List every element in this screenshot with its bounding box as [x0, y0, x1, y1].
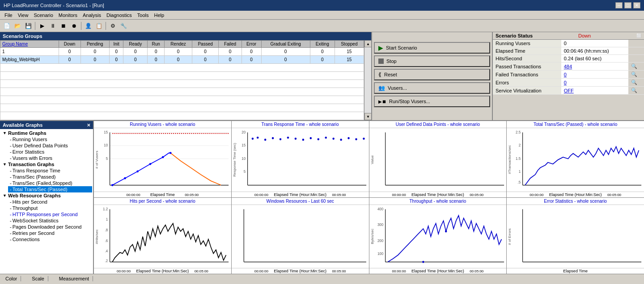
stop-all-button[interactable]: ⏺ — [69, 21, 79, 31]
table-row[interactable]: Myblog_WebHttpH 0 0 0 0 0 0 0 0 0 0 0 — [0, 56, 364, 64]
summary-passed: 0 — [192, 48, 219, 56]
status-row-errors: Errors 0 🔍 — [493, 79, 644, 87]
graph-trans-response: Trans Response Time - whole scenario Res… — [232, 121, 369, 197]
sidebar-item-running-vusers[interactable]: - Running Vusers — [8, 136, 92, 142]
stop-button[interactable]: Stop — [374, 55, 490, 67]
close-button[interactable]: ✕ — [633, 2, 640, 8]
sidebar-close-button[interactable]: ✕ — [87, 123, 90, 128]
label-hits: Hits/Second — [493, 55, 561, 63]
scroll-track[interactable] — [364, 47, 371, 113]
tree-group-runtime[interactable]: ▼ Runtime Graphs — [1, 130, 92, 136]
vusers-button[interactable]: 👤 — [83, 21, 93, 31]
svg-text:100: 100 — [377, 252, 383, 256]
run-button[interactable]: ▶ — [37, 21, 47, 31]
graph-hits-per-second-content: #Hits/sec 1.2 1 .8 .6 .4 .2 — [94, 205, 231, 268]
sidebar-item-error-stats[interactable]: - Error Statistics — [8, 149, 92, 155]
value-errors[interactable]: 0 — [561, 79, 629, 87]
menu-scenario[interactable]: Scenario — [31, 12, 55, 18]
value-failed[interactable]: 0 — [561, 71, 629, 79]
new-button[interactable]: 📄 — [2, 21, 12, 31]
dash-icon-11: - — [10, 212, 12, 217]
status-header-value: Down — [578, 33, 591, 38]
graph-trans-response-footer: 00:00:00 Elapsed Time (Hour:Min:Sec) 00:… — [232, 192, 369, 197]
magnify-errors[interactable]: 🔍 — [628, 79, 644, 87]
svg-rect-0 — [100, 128, 231, 192]
col-group-name[interactable]: Group Name — [0, 41, 59, 48]
tree-group-web[interactable]: ▼ Web Resource Graphs — [1, 192, 92, 199]
status-header: Scenario Status Down ⬜ — [493, 32, 644, 40]
value-elapsed: 00:06:46 (hh:mm:ss) — [561, 47, 629, 55]
menu-tools[interactable]: Tools — [135, 12, 152, 18]
svg-point-72 — [445, 230, 447, 232]
vusers-button[interactable]: 👥 Vusers... — [374, 82, 490, 94]
sidebar-item-vusers-errors[interactable]: - Vusers with Errors — [8, 155, 92, 161]
start-scenario-button[interactable]: ▶ Start Scenario — [374, 42, 490, 54]
svg-text:1: 1 — [106, 217, 108, 221]
maximize-button[interactable]: □ — [624, 2, 631, 8]
svg-text:20: 20 — [242, 130, 246, 134]
summary-exiting: 0 — [310, 48, 335, 56]
dash-icon-12: - — [10, 218, 12, 223]
tree-group-transaction[interactable]: ▼ Transaction Graphs — [1, 161, 92, 167]
graph-user-defined: User Defined Data Points - whole scenari… — [369, 121, 507, 197]
dash-icon-15: - — [10, 237, 12, 242]
magnify-failed[interactable]: 🔍 — [628, 71, 644, 79]
settings-button[interactable]: ⚙ — [108, 21, 118, 31]
menu-file[interactable]: File — [2, 12, 15, 18]
table-scroll-area: Group Name Down Pending Init Ready Run R… — [0, 40, 364, 120]
magnify-passed[interactable]: 🔍 — [628, 63, 644, 71]
menu-view[interactable]: View — [15, 12, 31, 18]
sidebar-item-pages-downloaded[interactable]: - Pages Downloaded per Second — [8, 224, 92, 230]
expand-runtime-icon: ▼ — [3, 131, 7, 135]
col-stopped: Stopped — [335, 41, 364, 48]
sidebar-item-total-trans[interactable]: - Total Trans/Sec (Passed) — [8, 186, 92, 192]
scenario-groups-header: Scenario Groups — [0, 32, 371, 40]
label-errors: Errors — [493, 79, 561, 87]
table-scrollbar[interactable]: ▲ ▼ — [364, 40, 371, 120]
run-stop-vusers-button[interactable]: ▶⏹ Run/Stop Vusers... — [374, 96, 490, 107]
sidebar-item-trans-sec-failed[interactable]: - Trans/Sec (Failed,Stopped) — [8, 180, 92, 186]
sidebar-item-websocket[interactable]: - WebSocket Statistics — [8, 217, 92, 224]
sidebar-item-connections[interactable]: - Connections — [8, 236, 92, 242]
menu-analysis[interactable]: Analysis — [80, 12, 104, 18]
graph-throughput: Throughput - whole scenario Bytes/sec 40… — [369, 198, 507, 274]
graphs-area: Running Vusers - whole scenario # of Vus… — [94, 121, 644, 274]
svg-text:200: 200 — [377, 238, 383, 242]
sidebar-item-trans-response[interactable]: - Trans Response Time — [8, 167, 92, 174]
web-graphs-label: Web Resource Graphs — [8, 193, 61, 198]
graph-hits-per-second-title: Hits per Second - whole scenario — [94, 198, 231, 205]
minimize-button[interactable]: ─ — [615, 2, 623, 8]
sidebar-item-retries[interactable]: - Retries per Second — [8, 230, 92, 236]
maximize-icon[interactable]: ⬜ — [636, 33, 641, 38]
sidebar-item-http-responses[interactable]: - HTTP Responses per Second — [8, 211, 92, 217]
dash-icon-14: - — [10, 230, 12, 236]
sidebar-item-trans-sec-passed[interactable]: - Trans/Sec (Passed) — [8, 174, 92, 180]
svg-point-34 — [317, 138, 319, 140]
reset-icon: ⟪ — [378, 71, 381, 78]
row-failed: 0 — [219, 56, 242, 64]
magnify-service[interactable]: 🔍 — [628, 87, 644, 95]
value-service[interactable]: OFF — [561, 87, 629, 95]
save-button[interactable]: 💾 — [23, 21, 33, 31]
menu-diagnostics[interactable]: Diagnostics — [104, 12, 135, 18]
svg-point-40 — [363, 138, 365, 140]
row-init: 0 — [109, 56, 123, 64]
runtime-graphs-label: Runtime Graphs — [8, 130, 47, 136]
config-button[interactable]: 🔧 — [119, 21, 128, 31]
sidebar-item-throughput[interactable]: - Throughput — [8, 205, 92, 211]
reset-button[interactable]: ⟪ Reset — [374, 69, 490, 80]
value-passed[interactable]: 484 — [561, 63, 629, 71]
sidebar-item-hits-per-second[interactable]: - Hits per Second — [8, 199, 92, 205]
open-button[interactable]: 📂 — [13, 21, 22, 31]
scroll-up[interactable]: ▲ — [364, 40, 372, 47]
graph-hits-per-second-footer: 00:00:00 Elapsed Time (Hour:Min:Sec) 00:… — [94, 268, 231, 274]
menu-monitors[interactable]: Monitors — [56, 12, 80, 18]
sidebar-item-user-defined[interactable]: - User Defined Data Points — [8, 142, 92, 149]
script-button[interactable]: 📋 — [94, 21, 104, 31]
stop-button[interactable]: ⏹ — [59, 21, 68, 31]
pause-button[interactable]: ⏸ — [48, 21, 58, 31]
menu-help[interactable]: Help — [152, 12, 167, 18]
dash-icon-5: - — [10, 168, 12, 173]
y-axis-user-defined: Value — [369, 128, 375, 192]
scroll-down[interactable]: ▼ — [364, 113, 372, 120]
